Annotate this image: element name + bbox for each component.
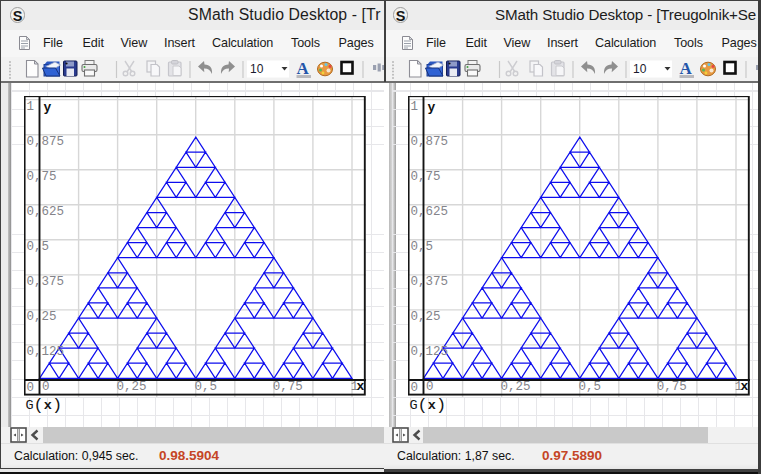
svg-text:y: y	[427, 99, 435, 114]
svg-text:0,25: 0,25	[116, 380, 146, 394]
svg-text:0,25: 0,25	[500, 380, 530, 394]
svg-text:0: 0	[410, 380, 418, 394]
svg-text:0,5: 0,5	[194, 380, 217, 394]
svg-text:0,25: 0,25	[26, 310, 56, 324]
svg-text:1: 1	[410, 100, 418, 114]
svg-text:10: 10	[633, 61, 647, 75]
svg-text:x: x	[740, 379, 748, 394]
svg-text:y: y	[43, 99, 51, 114]
svg-text:0,5: 0,5	[26, 240, 49, 254]
svg-text:0,125: 0,125	[410, 345, 448, 359]
svg-text:0,125: 0,125	[26, 345, 64, 359]
svg-text:0,375: 0,375	[410, 275, 448, 289]
svg-text:0,875: 0,875	[26, 135, 64, 149]
svg-text:0,625: 0,625	[410, 205, 448, 219]
svg-text:0,75: 0,75	[26, 170, 56, 184]
svg-text:x: x	[356, 379, 364, 394]
svg-text:0,375: 0,375	[26, 275, 64, 289]
svg-text:0: 0	[26, 380, 34, 394]
svg-text:0,25: 0,25	[410, 310, 440, 324]
svg-text:1: 1	[26, 100, 34, 114]
svg-text:0: 0	[426, 380, 434, 394]
svg-text:0,625: 0,625	[26, 205, 64, 219]
svg-text:0,5: 0,5	[410, 240, 433, 254]
svg-text:0,875: 0,875	[410, 135, 448, 149]
svg-text:0,5: 0,5	[578, 380, 601, 394]
svg-text:0,75: 0,75	[656, 380, 686, 394]
svg-text:0,75: 0,75	[410, 170, 440, 184]
svg-text:0: 0	[42, 380, 50, 394]
svg-text:0,75: 0,75	[272, 380, 302, 394]
svg-text:10: 10	[250, 61, 264, 75]
